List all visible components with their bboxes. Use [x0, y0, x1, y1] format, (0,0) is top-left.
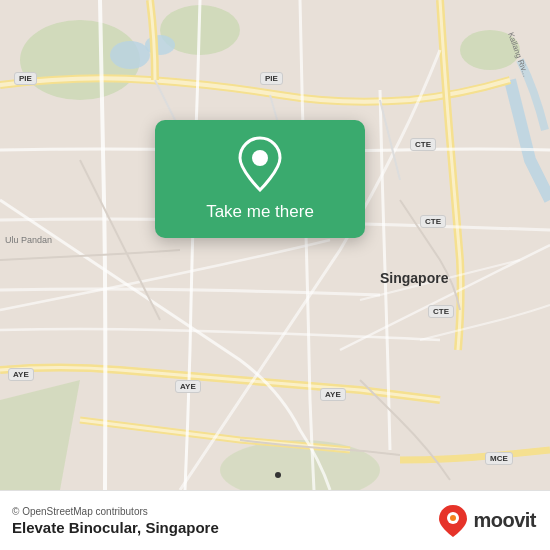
aye-badge-right: AYE — [320, 388, 346, 401]
svg-point-10 — [450, 515, 456, 521]
cte-badge-mid: CTE — [420, 215, 446, 228]
svg-point-7 — [145, 35, 175, 55]
aye-badge-mid: AYE — [175, 380, 201, 393]
pie-badge-topleft: PIE — [14, 72, 37, 85]
attribution-text: © OpenStreetMap contributors — [12, 506, 219, 517]
card-icon-container — [234, 138, 286, 190]
map-container: PIE PIE CTE CTE CTE AYE AYE AYE MCE Sing… — [0, 0, 550, 490]
bottom-bar: © OpenStreetMap contributors Elevate Bin… — [0, 490, 550, 550]
moovit-text: moovit — [473, 509, 536, 532]
svg-point-6 — [110, 41, 150, 69]
moovit-pin-icon — [437, 503, 469, 539]
moovit-logo: moovit — [437, 503, 536, 539]
map-card: Take me there — [155, 120, 365, 238]
location-pin-icon — [236, 136, 284, 192]
cte-badge-lower: CTE — [428, 305, 454, 318]
cte-badge-top: CTE — [410, 138, 436, 151]
location-name: Elevate Binocular, Singapore — [12, 519, 219, 536]
pie-badge-topmid: PIE — [260, 72, 283, 85]
mce-badge: MCE — [485, 452, 513, 465]
take-me-there-button[interactable]: Take me there — [206, 200, 314, 224]
svg-point-8 — [252, 150, 268, 166]
svg-point-3 — [460, 30, 520, 70]
compass — [275, 472, 281, 478]
bottom-bar-left: © OpenStreetMap contributors Elevate Bin… — [12, 506, 219, 536]
aye-badge-left: AYE — [8, 368, 34, 381]
